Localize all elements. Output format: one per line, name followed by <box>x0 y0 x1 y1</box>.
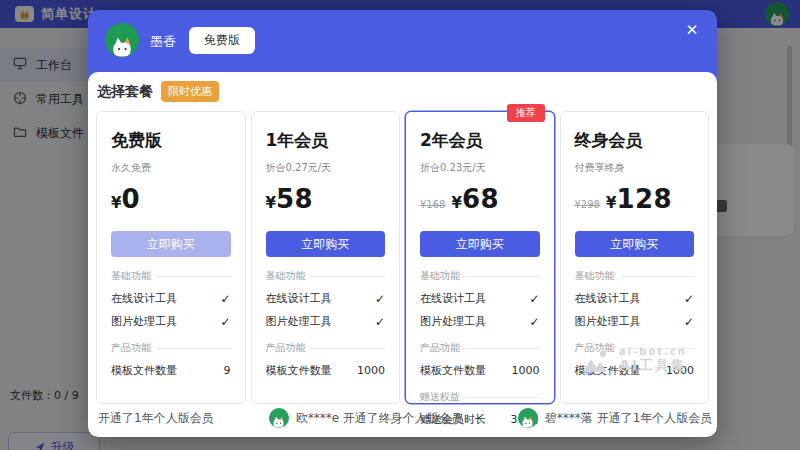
plan-name: 1年会员 <box>266 129 386 152</box>
buy-now-button[interactable]: 立即购买 <box>266 231 386 257</box>
feature-row: 模板文件数量1000 <box>420 363 540 378</box>
check-icon: ✓ <box>684 315 694 329</box>
feature-row: 模板文件数量1000 <box>575 363 695 378</box>
check-icon: ✓ <box>220 315 230 329</box>
plan-name: 2年会员 <box>420 129 540 152</box>
ticker-text: 开通了1年个人版会员 <box>98 410 214 427</box>
hairline <box>466 348 540 349</box>
plan-price: 68 <box>462 184 499 214</box>
currency-symbol: ¥ <box>606 194 616 212</box>
feature-label: 在线设计工具 <box>111 291 177 306</box>
hairline <box>466 397 540 398</box>
feature-row: 图片处理工具✓ <box>266 314 386 329</box>
feature-row: 在线设计工具✓ <box>266 291 386 306</box>
currency-symbol: ¥ <box>111 194 121 212</box>
plan-card-2年会员: 推荐2年会员折合0.23元/天¥168¥ 68立即购买基础功能在线设计工具✓图片… <box>405 111 555 404</box>
ticker-item: 碧****落 开通了1年个人版会员 <box>518 408 712 428</box>
check-icon: ✓ <box>529 292 539 306</box>
feature-section-title: 基础功能 <box>420 269 540 283</box>
plan-name: 免费版 <box>111 129 231 152</box>
feature-row: 在线设计工具✓ <box>420 291 540 306</box>
feature-label: 在线设计工具 <box>420 291 486 306</box>
feature-section-label: 产品功能 <box>575 341 615 355</box>
close-icon[interactable]: ✕ <box>681 19 703 41</box>
recommended-badge: 推荐 <box>507 104 545 122</box>
feature-section: 基础功能在线设计工具✓图片处理工具✓ <box>420 269 540 329</box>
feature-row: 图片处理工具✓ <box>575 314 695 329</box>
feature-section: 基础功能在线设计工具✓图片处理工具✓ <box>111 269 231 329</box>
buy-now-button[interactable]: 立即购买 <box>111 231 231 257</box>
feature-section-title: 基础功能 <box>111 269 231 283</box>
feature-section-label: 基础功能 <box>575 269 615 283</box>
feature-section-title: 产品功能 <box>575 341 695 355</box>
feature-value: 1000 <box>666 364 694 377</box>
modal-body: 选择套餐 限时优惠 免费版永久免费¥ 0立即购买基础功能在线设计工具✓图片处理工… <box>88 72 717 437</box>
feature-row: 图片处理工具✓ <box>111 314 231 329</box>
hairline <box>312 276 386 277</box>
plan-price-row: ¥ 58 <box>266 184 386 216</box>
currency-symbol: ¥ <box>451 194 461 212</box>
check-icon: ✓ <box>375 315 385 329</box>
check-icon: ✓ <box>684 292 694 306</box>
section-title: 选择套餐 <box>97 83 153 101</box>
feature-row: 在线设计工具✓ <box>575 291 695 306</box>
promo-badge: 限时优惠 <box>161 81 219 102</box>
pricing-modal: 墨香 免费版 ✕ 选择套餐 限时优惠 免费版永久免费¥ 0立即购买基础功能在线设… <box>88 10 717 437</box>
plan-card-1年会员: 1年会员折合0.27元/天¥ 58立即购买基础功能在线设计工具✓图片处理工具✓产… <box>251 111 401 404</box>
feature-section: 基础功能在线设计工具✓图片处理工具✓ <box>266 269 386 329</box>
buy-now-button[interactable]: 立即购买 <box>575 231 695 257</box>
original-price: ¥168 <box>420 199 445 210</box>
original-price: ¥298 <box>575 199 600 210</box>
feature-value: 1000 <box>512 364 540 377</box>
feature-label: 模板文件数量 <box>111 363 177 378</box>
feature-section-label: 产品功能 <box>420 341 460 355</box>
feature-section-title: 基础功能 <box>266 269 386 283</box>
cat-avatar-icon <box>109 37 135 57</box>
feature-label: 图片处理工具 <box>266 314 332 329</box>
currency-symbol: ¥ <box>266 194 276 212</box>
feature-section: 基础功能在线设计工具✓图片处理工具✓ <box>575 269 695 329</box>
feature-row: 在线设计工具✓ <box>111 291 231 306</box>
plan-price: 128 <box>616 184 672 214</box>
plan-subtitle: 永久免费 <box>111 161 231 175</box>
plan-price-row: ¥298¥ 128 <box>575 184 695 216</box>
plans-row: 免费版永久免费¥ 0立即购买基础功能在线设计工具✓图片处理工具✓产品功能模板文件… <box>96 111 709 404</box>
check-icon: ✓ <box>529 315 539 329</box>
plan-subtitle: 付费享终身 <box>575 161 695 175</box>
feature-section-label: 基础功能 <box>111 269 151 283</box>
feature-row: 模板文件数量1000 <box>266 363 386 378</box>
hairline <box>621 348 695 349</box>
ticker-item: 开通了1年个人版会员 <box>98 410 214 427</box>
feature-label: 在线设计工具 <box>575 291 641 306</box>
feature-section-title: 产品功能 <box>420 341 540 355</box>
feature-value: 1000 <box>357 364 385 377</box>
plan-name: 终身会员 <box>575 129 695 152</box>
plan-price-row: ¥168¥ 68 <box>420 184 540 216</box>
plan-price: 0 <box>121 184 140 214</box>
feature-section: 产品功能模板文件数量9 <box>111 341 231 378</box>
ticker-avatar <box>269 408 289 428</box>
feature-row: 模板文件数量9 <box>111 363 231 378</box>
check-icon: ✓ <box>375 292 385 306</box>
feature-label: 图片处理工具 <box>575 314 641 329</box>
feature-row: 图片处理工具✓ <box>420 314 540 329</box>
feature-value: 9 <box>224 364 231 377</box>
plan-card-终身会员: 终身会员付费享终身¥298¥ 128立即购买基础功能在线设计工具✓图片处理工具✓… <box>560 111 710 404</box>
ticker-text: 碧****落 开通了1年个人版会员 <box>545 410 712 427</box>
modal-username: 墨香 <box>150 33 176 51</box>
hairline <box>621 276 695 277</box>
purchase-ticker: 开通了1年个人版会员欧****e 开通了终身个人版会员碧****落 开通了1年个… <box>88 399 717 437</box>
ticker-avatar <box>518 408 538 428</box>
feature-section-title: 基础功能 <box>575 269 695 283</box>
plan-price-row: ¥ 0 <box>111 184 231 216</box>
plan-price: 58 <box>276 184 313 214</box>
feature-label: 模板文件数量 <box>420 363 486 378</box>
plan-subtitle: 折合0.23元/天 <box>420 161 540 175</box>
feature-section-label: 产品功能 <box>111 341 151 355</box>
plan-subtitle: 折合0.27元/天 <box>266 161 386 175</box>
current-plan-badge: 免费版 <box>189 27 255 54</box>
feature-label: 模板文件数量 <box>266 363 332 378</box>
hairline <box>157 348 231 349</box>
feature-section: 产品功能模板文件数量1000 <box>266 341 386 378</box>
buy-now-button[interactable]: 立即购买 <box>420 231 540 257</box>
